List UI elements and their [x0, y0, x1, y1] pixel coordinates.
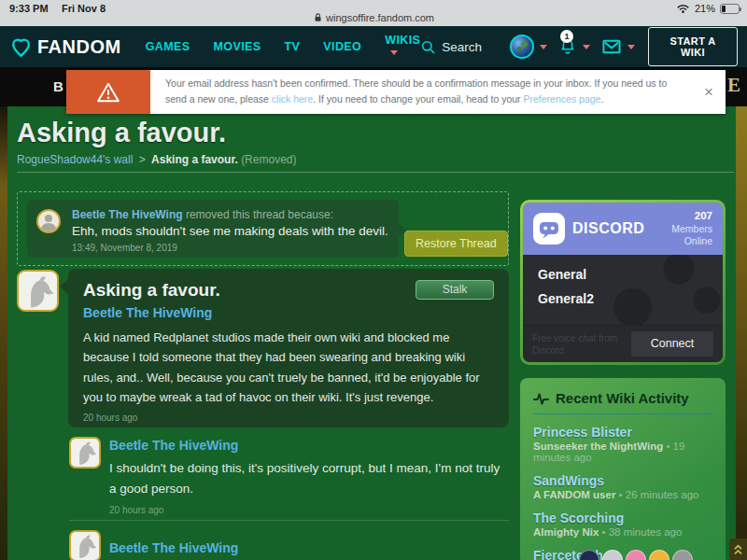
notifications-menu[interactable]: 1 — [558, 36, 590, 57]
preferences-page-link[interactable]: Preferences page — [524, 93, 601, 105]
reply-author-avatar[interactable] — [69, 530, 101, 560]
fandom-heart-icon — [9, 35, 33, 59]
nav-link-movies[interactable]: MOVIES — [214, 40, 261, 53]
removed-thread-notice: Beetle The HiveWing removed this thread … — [17, 191, 509, 266]
warning-triangle-icon — [96, 81, 120, 104]
removal-reason-card: Beetle The HiveWing removed this thread … — [27, 200, 399, 258]
discord-wordmark: DISCORD — [572, 220, 644, 237]
activity-time: • 38 minutes ago — [599, 526, 682, 538]
removed-status: (Removed) — [241, 153, 296, 166]
thread-body: A kid named Redplanet studios made their… — [83, 328, 494, 408]
discord-footer: Free voice chat from Discord Connect — [523, 325, 723, 362]
restore-thread-button[interactable]: Restore Thread — [404, 231, 508, 257]
dragon-avatar-icon — [21, 273, 56, 309]
discord-header: DISCORD 207 Members Online — [523, 203, 723, 255]
speech-pointer — [60, 279, 68, 294]
messages-menu[interactable] — [601, 38, 635, 55]
activity-user: A FANDOM user — [533, 489, 615, 500]
activity-page-link[interactable]: The Scorching — [533, 511, 712, 525]
battery-percent: 21% — [695, 3, 715, 14]
reply-body: I shouldn't be doing this, it's positive… — [109, 458, 509, 500]
reply-1: Beetle The HiveWing I shouldn't be doing… — [109, 437, 509, 515]
warning-icon-block — [66, 70, 150, 114]
url-text: wingsoffire.fandom.com — [326, 12, 434, 23]
ipad-screen: 9:33 PM Fri Nov 8 wingsoffire.fandom.com… — [0, 0, 747, 560]
address-bar[interactable]: wingsoffire.fandom.com — [0, 12, 747, 23]
removal-reason: Ehh, mods shouldn't see me making deals … — [72, 224, 388, 238]
dragon-avatar-icon — [72, 533, 98, 559]
nav-link-video[interactable]: VIDEO — [323, 40, 361, 53]
discord-channel[interactable]: General — [523, 262, 723, 287]
chat-member-avatars — [579, 550, 693, 560]
reply-author-avatar[interactable] — [69, 437, 101, 469]
chevron-down-icon — [390, 50, 398, 55]
email-confirmation-banner: Your email address hasn't been confirmed… — [66, 70, 726, 114]
discord-widget: DISCORD 207 Members Online General Gener… — [520, 200, 726, 365]
moderator-avatar[interactable] — [36, 209, 61, 233]
back-to-top-button[interactable] — [729, 539, 747, 560]
chevrons-up-icon — [733, 543, 743, 556]
envelope-icon — [601, 38, 622, 55]
avatar[interactable] — [672, 550, 693, 560]
discord-connect-button[interactable]: Connect — [631, 331, 713, 357]
activity-item: Princess Blister Sunseeker the NightWing… — [533, 425, 712, 463]
thread-author-avatar[interactable] — [17, 270, 59, 312]
breadcrumb-current: Asking a favour. — [151, 153, 238, 166]
background-art-right — [736, 106, 747, 560]
wifi-icon — [676, 3, 690, 14]
divider — [69, 520, 509, 521]
reply-author-link[interactable]: Beetle The HiveWing — [109, 540, 238, 555]
lock-icon — [313, 12, 323, 22]
breadcrumb: RogueShadow44's wall > Asking a favour. … — [17, 153, 296, 166]
thread-title: Asking a favour. — [83, 280, 220, 301]
divider — [533, 413, 712, 414]
reply-2: Beetle The HiveWing — [109, 539, 509, 556]
banner-message: Your email address hasn't been confirmed… — [150, 70, 692, 114]
page-title: Asking a favour. — [17, 118, 226, 148]
activity-user: Almighty Nix — [533, 526, 599, 538]
wordmark-fragment-left: B — [53, 78, 63, 94]
avatar[interactable] — [602, 550, 623, 560]
thread-card: Asking a favour. Stalk Beetle The HiveWi… — [68, 269, 509, 427]
chevron-down-icon — [540, 45, 547, 49]
thread-author-link[interactable]: Beetle The HiveWing — [83, 305, 212, 320]
search-icon — [420, 39, 436, 55]
nav-link-tv[interactable]: TV — [285, 40, 301, 53]
click-here-link[interactable]: click here — [272, 93, 313, 105]
status-indicators: 21% — [676, 3, 740, 14]
search-button[interactable]: Search — [420, 39, 482, 55]
nav-links: GAMES MOVIES TV VIDEO WIKIS — [146, 34, 421, 60]
breadcrumb-wall-link[interactable]: RogueShadow44's wall — [17, 153, 133, 166]
discord-members-online: 207 Members Online — [660, 209, 712, 248]
avatar[interactable] — [649, 550, 669, 560]
stalk-button[interactable]: Stalk — [416, 280, 494, 300]
activity-item: SandWings A FANDOM user • 26 minutes ago — [533, 473, 712, 500]
activity-page-link[interactable]: Princess Blister — [533, 425, 712, 440]
close-icon[interactable]: × — [692, 70, 726, 114]
battery-icon — [720, 4, 740, 14]
removal-action-text: removed this thread because: — [183, 208, 333, 221]
activity-item: The Scorching Almighty Nix • 38 minutes … — [533, 511, 712, 538]
activity-page-link[interactable]: SandWings — [533, 473, 712, 488]
search-label: Search — [442, 40, 482, 54]
thread-timestamp: 20 hours ago — [83, 413, 494, 423]
activity-user: Sunseeker the NightWing — [533, 441, 663, 452]
status-bar: 9:33 PM Fri Nov 8 wingsoffire.fandom.com… — [0, 0, 747, 26]
moderator-link[interactable]: Beetle The HiveWing — [72, 208, 183, 221]
user-menu[interactable] — [510, 35, 547, 59]
reply-timestamp: 20 hours ago — [109, 505, 509, 515]
nav-link-games[interactable]: GAMES — [146, 40, 190, 53]
discord-channel-list: General General2 — [523, 255, 723, 325]
discord-footer-text: Free voice chat from Discord — [532, 332, 626, 357]
user-avatar[interactable] — [510, 35, 534, 59]
discord-channel[interactable]: General2 — [523, 287, 723, 311]
nav-link-wikis[interactable]: WIKIS — [385, 34, 420, 60]
divider — [17, 172, 734, 173]
reply-author-link[interactable]: Beetle The HiveWing — [109, 438, 238, 453]
avatar[interactable] — [579, 550, 599, 560]
avatar[interactable] — [626, 550, 646, 560]
fandom-logo[interactable]: FANDOM — [9, 35, 121, 59]
activity-pulse-icon — [533, 391, 549, 406]
start-a-wiki-button[interactable]: START A WIKI — [648, 27, 738, 66]
wordmark-fragment-right: E — [727, 74, 740, 97]
